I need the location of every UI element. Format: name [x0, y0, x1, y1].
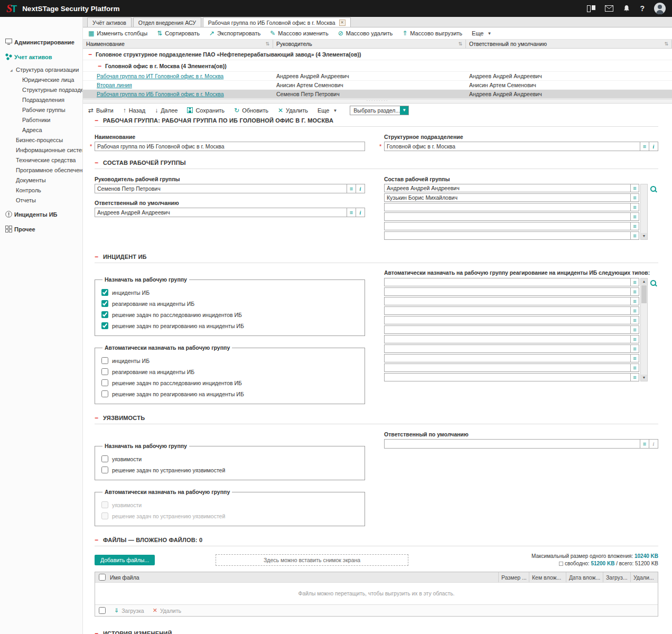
- menu-icon[interactable]: ≡: [631, 325, 639, 334]
- menu-icon[interactable]: ≡: [631, 231, 639, 240]
- type-row[interactable]: ≡: [384, 297, 639, 305]
- collapse-icon[interactable]: −: [95, 415, 98, 421]
- member-input[interactable]: [384, 231, 631, 240]
- scroll-up-icon[interactable]: ▲: [641, 278, 647, 285]
- delete-files-button[interactable]: ✕Удалить: [153, 607, 181, 614]
- type-input[interactable]: [384, 306, 631, 315]
- files-dropzone[interactable]: Файлы можно перетащить, чтобы выгрузить …: [95, 582, 658, 604]
- sidebar-item-administration[interactable]: Администрирование: [0, 36, 82, 48]
- sidebar-item-structural-units[interactable]: Структурные подразделения: [0, 85, 82, 95]
- member-input[interactable]: [384, 222, 631, 230]
- type-input[interactable]: [384, 354, 631, 362]
- checkbox[interactable]: [101, 390, 108, 397]
- sidebar-item-software[interactable]: Программное обеспечение: [0, 165, 82, 175]
- checkbox[interactable]: [101, 455, 108, 462]
- bell-icon[interactable]: [623, 5, 630, 13]
- workgroup-link[interactable]: Рабочая группа по ИТ Головной офис в г. …: [97, 73, 223, 79]
- tab-asu-department[interactable]: Отдел внедрения АСУ: [133, 17, 201, 27]
- sort-button[interactable]: ⇅Сортировать: [157, 30, 200, 36]
- member-row[interactable]: ≡: [384, 212, 639, 221]
- info-icon[interactable]: i: [649, 439, 658, 449]
- menu-icon[interactable]: ≡: [631, 212, 639, 221]
- search-types-button[interactable]: [648, 278, 658, 381]
- next-button[interactable]: ↓Далее: [155, 107, 178, 114]
- refresh-button[interactable]: ↻Обновить: [234, 107, 268, 114]
- menu-icon[interactable]: ≡: [631, 373, 639, 381]
- sidebar-item-control[interactable]: Контроль: [0, 185, 82, 195]
- sidebar-item-legal-entities[interactable]: Юридические лица: [0, 74, 82, 85]
- download-files-button[interactable]: ⇓Загрузка: [114, 607, 144, 614]
- menu-icon[interactable]: ≡: [631, 278, 639, 286]
- type-input[interactable]: [384, 287, 631, 296]
- export-button[interactable]: ↗Экспортировать: [209, 30, 260, 36]
- table-row[interactable]: Вторая линия Анисин Артем Семенович Анис…: [83, 81, 672, 90]
- menu-icon[interactable]: ≡: [631, 306, 639, 315]
- type-row[interactable]: ≡: [384, 335, 639, 343]
- manager-input[interactable]: [95, 184, 347, 193]
- sidebar-item-employees[interactable]: Работники: [0, 115, 82, 125]
- delete-button[interactable]: ✕Удалить: [278, 107, 308, 114]
- member-row[interactable]: ≡: [384, 184, 639, 192]
- type-row[interactable]: ≡: [384, 325, 639, 334]
- group-row-moscow-office[interactable]: −Головной офис в г. Москва (4 Элемента(о…: [83, 60, 672, 72]
- member-row[interactable]: ≡: [384, 231, 639, 240]
- user-avatar[interactable]: [654, 3, 666, 14]
- type-input[interactable]: [384, 278, 631, 286]
- more-button[interactable]: Еще▼: [318, 107, 337, 114]
- type-row[interactable]: ≡: [384, 354, 639, 362]
- member-row[interactable]: ≡: [384, 222, 639, 230]
- member-row[interactable]: ≡: [384, 193, 639, 202]
- checkbox-vuln-fix-tasks[interactable]: решение задач по устранению уязвимостей: [101, 467, 358, 473]
- checkbox[interactable]: [101, 357, 108, 364]
- checkbox-auto-vulnerabilities[interactable]: уязвимости: [101, 501, 358, 508]
- collapse-icon[interactable]: −: [88, 51, 92, 58]
- type-row[interactable]: ≡: [384, 344, 639, 353]
- sort-toggle-icon[interactable]: ⇅: [265, 41, 269, 46]
- column-size[interactable]: Размер ...: [498, 572, 529, 582]
- sidebar-item-incidents[interactable]: Инциденты ИБ: [0, 209, 82, 220]
- expander-icon[interactable]: ◢: [10, 68, 13, 72]
- sidebar-item-technical-means[interactable]: Технические средства: [0, 155, 82, 165]
- checkbox[interactable]: [101, 311, 108, 318]
- save-button[interactable]: Сохранить: [187, 107, 225, 114]
- checkbox-investigation-tasks[interactable]: решение задач по расследованию инциденто…: [101, 311, 358, 318]
- menu-icon[interactable]: ≡: [640, 142, 649, 151]
- menu-icon[interactable]: ≡: [631, 203, 639, 211]
- type-row[interactable]: ≡: [384, 373, 639, 381]
- group-row-head-unit[interactable]: −Головное структурное подразделение ПАО …: [83, 49, 672, 60]
- mass-edit-button[interactable]: ✎Массово изменить: [270, 30, 328, 36]
- tab-close-icon[interactable]: ✕: [339, 20, 346, 26]
- checkbox-auto-incidents[interactable]: инциденты ИБ: [101, 357, 358, 364]
- workgroup-link[interactable]: Рабочая группа по ИБ Головной офис в г. …: [97, 91, 224, 97]
- collapse-icon[interactable]: −: [95, 160, 98, 166]
- checkbox-auto-investigation-tasks[interactable]: решение задач по расследованию инциденто…: [101, 379, 358, 386]
- more-button[interactable]: Еще▼: [472, 30, 491, 36]
- sort-toggle-icon[interactable]: ⇅: [664, 41, 668, 46]
- menu-icon[interactable]: ≡: [631, 354, 639, 362]
- type-row[interactable]: ≡: [384, 306, 639, 315]
- column-header-manager[interactable]: Руководитель⇅: [273, 40, 466, 48]
- checkbox-response-tasks[interactable]: решение задач по реагированию на инциден…: [101, 322, 358, 329]
- type-input[interactable]: [384, 363, 631, 372]
- table-row-selected[interactable]: Рабочая группа по ИБ Головной офис в г. …: [83, 90, 672, 99]
- collapse-icon[interactable]: −: [95, 537, 98, 543]
- type-input[interactable]: [384, 316, 631, 324]
- menu-icon[interactable]: ≡: [631, 297, 639, 305]
- sidebar-item-documents[interactable]: Документы: [0, 175, 82, 185]
- type-row[interactable]: ≡: [384, 278, 639, 286]
- sidebar-item-departments[interactable]: Подразделения: [0, 95, 82, 105]
- type-row[interactable]: ≡: [384, 287, 639, 296]
- menu-icon[interactable]: ≡: [631, 287, 639, 296]
- type-input[interactable]: [384, 325, 631, 334]
- scroll-down-icon[interactable]: ▼: [641, 375, 647, 381]
- type-input[interactable]: [384, 297, 631, 305]
- help-icon[interactable]: ?: [640, 4, 645, 13]
- vuln-responsible-input[interactable]: [384, 439, 640, 449]
- checkbox[interactable]: [101, 379, 108, 386]
- app-logo[interactable]: ST: [6, 3, 17, 14]
- checkbox-auto-vuln-fix-tasks[interactable]: решение задач по устранению уязвимостей: [101, 512, 358, 519]
- column-file-name[interactable]: Имя файла: [109, 574, 498, 581]
- scroll-down-icon[interactable]: ▼: [641, 233, 647, 239]
- type-input[interactable]: [384, 373, 631, 381]
- column-header-name[interactable]: Наименование⇅: [83, 40, 273, 48]
